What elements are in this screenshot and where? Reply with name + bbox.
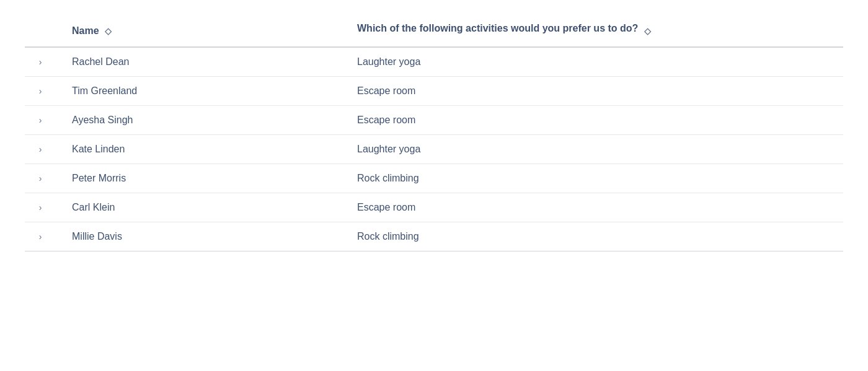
row-expand-icon[interactable]: › — [35, 85, 46, 97]
table-container: Name ◇ Which of the following activities… — [25, 12, 843, 251]
table-row: ›Kate LindenLaughter yoga — [25, 134, 843, 164]
table-header-row: Name ◇ Which of the following activities… — [25, 12, 843, 47]
row-activity-cell: Escape room — [347, 76, 843, 105]
table-row: ›Peter MorrisRock climbing — [25, 164, 843, 193]
data-table: Name ◇ Which of the following activities… — [25, 12, 843, 251]
row-expand-icon[interactable]: › — [35, 56, 46, 68]
table-row: ›Ayesha SinghEscape room — [25, 105, 843, 134]
row-activity-cell: Escape room — [347, 193, 843, 222]
row-expand-icon[interactable]: › — [35, 173, 46, 184]
row-expand-icon[interactable]: › — [35, 115, 46, 126]
row-expand-cell: › — [25, 134, 62, 164]
table-row: ›Tim GreenlandEscape room — [25, 76, 843, 105]
row-name-cell: Peter Morris — [62, 164, 347, 193]
row-activity-cell: Laughter yoga — [347, 134, 843, 164]
row-expand-cell: › — [25, 222, 62, 251]
row-name-cell: Kate Linden — [62, 134, 347, 164]
row-name-cell: Tim Greenland — [62, 76, 347, 105]
activity-sort-icon[interactable]: ◇ — [642, 25, 653, 37]
row-name-cell: Millie Davis — [62, 222, 347, 251]
row-expand-icon[interactable]: › — [35, 202, 46, 213]
expand-column-header — [25, 12, 62, 47]
activity-header-label: Which of the following activities would … — [357, 21, 638, 37]
name-sort-icon[interactable]: ◇ — [103, 25, 114, 37]
row-activity-cell: Escape room — [347, 105, 843, 134]
row-activity-cell: Rock climbing — [347, 164, 843, 193]
name-column-header: Name ◇ — [62, 12, 347, 47]
row-expand-cell: › — [25, 76, 62, 105]
row-expand-cell: › — [25, 47, 62, 77]
row-name-cell: Rachel Dean — [62, 47, 347, 77]
name-header-label: Name — [72, 25, 99, 37]
table-row: ›Carl KleinEscape room — [25, 193, 843, 222]
table-body: ›Rachel DeanLaughter yoga›Tim GreenlandE… — [25, 47, 843, 251]
row-activity-cell: Rock climbing — [347, 222, 843, 251]
row-expand-icon[interactable]: › — [35, 144, 46, 155]
row-name-cell: Carl Klein — [62, 193, 347, 222]
row-activity-cell: Laughter yoga — [347, 47, 843, 77]
row-expand-cell: › — [25, 193, 62, 222]
row-name-cell: Ayesha Singh — [62, 105, 347, 134]
row-expand-cell: › — [25, 164, 62, 193]
row-expand-icon[interactable]: › — [35, 231, 46, 242]
row-expand-cell: › — [25, 105, 62, 134]
activity-column-header: Which of the following activities would … — [347, 12, 843, 47]
table-row: ›Rachel DeanLaughter yoga — [25, 47, 843, 77]
table-row: ›Millie DavisRock climbing — [25, 222, 843, 251]
